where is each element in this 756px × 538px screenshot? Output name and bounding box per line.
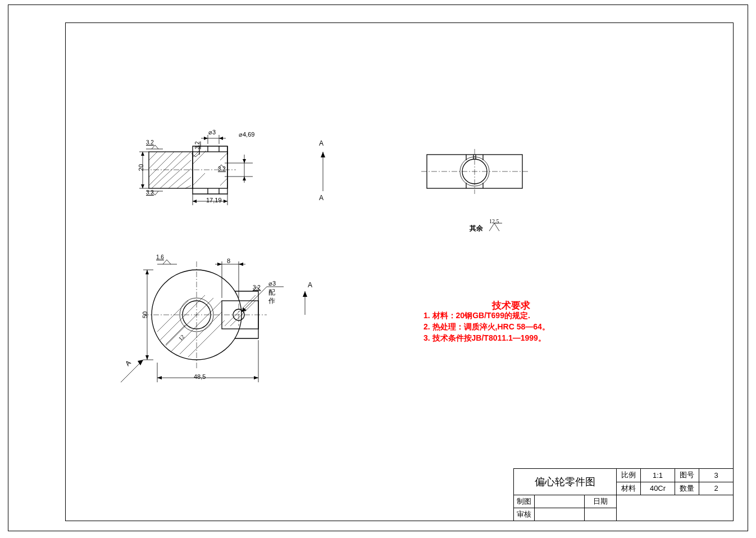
tech-title: 技术要求 — [492, 299, 530, 312]
svg-line-7 — [160, 160, 191, 188]
tb-qty-v: 2 — [699, 482, 734, 495]
svg-line-54 — [230, 301, 256, 326]
svg-marker-64 — [145, 355, 149, 360]
svg-line-14 — [220, 178, 227, 186]
tb-drawn-l: 制图 — [514, 495, 535, 508]
tb-mat-v: 40Cr — [641, 482, 675, 495]
svg-marker-58 — [157, 376, 162, 379]
section-a-top: A — [319, 139, 324, 147]
svg-marker-26 — [204, 137, 208, 140]
svg-line-47 — [166, 298, 213, 346]
tb-title: 偏心轮零件图 — [535, 476, 595, 487]
svg-marker-59 — [254, 376, 258, 379]
view-arrow-a2: A — [308, 281, 312, 289]
section-arrow-right — [299, 287, 316, 320]
dim-20: 20 — [138, 164, 144, 171]
sf-16: 1.6 — [156, 254, 164, 260]
front-view — [126, 247, 306, 399]
svg-line-51 — [180, 312, 222, 354]
dim-d469: ⌀4,69 — [239, 131, 254, 138]
svg-line-6 — [152, 152, 191, 188]
tb-scale-l: 比例 — [617, 469, 641, 482]
tb-check-l: 审核 — [514, 508, 535, 521]
svg-marker-41 — [321, 152, 325, 157]
tb-dwgno-l: 图号 — [675, 469, 699, 482]
svg-line-3 — [149, 152, 166, 169]
dim-d3: ⌀3 — [208, 129, 216, 136]
svg-line-13 — [220, 153, 227, 160]
svg-marker-32 — [141, 184, 144, 188]
svg-line-15 — [193, 173, 205, 186]
tech-l1: 1. 材料：20钢GB/T699的规定. — [423, 311, 530, 321]
svg-line-8 — [168, 169, 191, 188]
svg-line-49 — [160, 295, 205, 340]
svg-marker-69 — [239, 263, 243, 266]
sf-32b: 3.2 — [146, 189, 154, 196]
svg-marker-22 — [224, 200, 227, 203]
svg-line-52 — [188, 320, 225, 357]
sf-32e: 3.2 — [253, 284, 261, 291]
fit2: 作 — [268, 296, 275, 306]
default-sf-label: 其余 — [470, 224, 483, 233]
sf-32d: 3.2 — [218, 166, 226, 172]
tech-l2: 2. 热处理：调质淬火,HRC 58—64。 — [423, 322, 550, 332]
tech-l3: 3. 技术条件按JB/T8011.1—1999。 — [423, 333, 546, 343]
default-sf-val: 12.5 — [489, 218, 499, 224]
dim-d3b: ⌀3 — [268, 280, 276, 287]
section-marker-top — [315, 141, 337, 202]
svg-marker-36 — [243, 159, 246, 163]
svg-line-4 — [149, 152, 174, 177]
svg-line-2 — [149, 152, 157, 160]
dim-8: 8 — [227, 257, 230, 264]
title-block: 偏心轮零件图 比例 1:1 图号 3 材料 40Cr 数量 2 制图 日期 审核 — [513, 468, 734, 521]
side-view — [421, 146, 534, 202]
tb-dwgno-v: 3 — [699, 469, 734, 482]
svg-line-53 — [225, 295, 256, 326]
sf-32a: 3.2 — [146, 139, 154, 146]
svg-marker-21 — [193, 200, 197, 203]
dim-1719: 17,19 — [206, 197, 222, 204]
svg-rect-0 — [149, 152, 193, 188]
tb-mat-l: 材料 — [617, 482, 641, 495]
svg-marker-68 — [217, 263, 222, 266]
svg-marker-78 — [303, 291, 307, 297]
svg-marker-27 — [219, 137, 223, 140]
dim-485: 48,5 — [194, 373, 206, 380]
top-view — [135, 129, 303, 219]
tb-qty-l: 数量 — [675, 482, 699, 495]
svg-marker-31 — [141, 152, 144, 156]
svg-line-10 — [185, 186, 191, 188]
svg-marker-37 — [243, 177, 246, 180]
sf-32c: 3.2 — [194, 142, 201, 150]
svg-marker-63 — [145, 270, 149, 274]
svg-marker-72 — [242, 308, 247, 312]
tb-scale-v: 1:1 — [641, 469, 675, 482]
tb-date-l: 日期 — [585, 495, 617, 508]
dim-50: 50 — [142, 311, 148, 318]
section-a-bot: A — [319, 194, 324, 202]
